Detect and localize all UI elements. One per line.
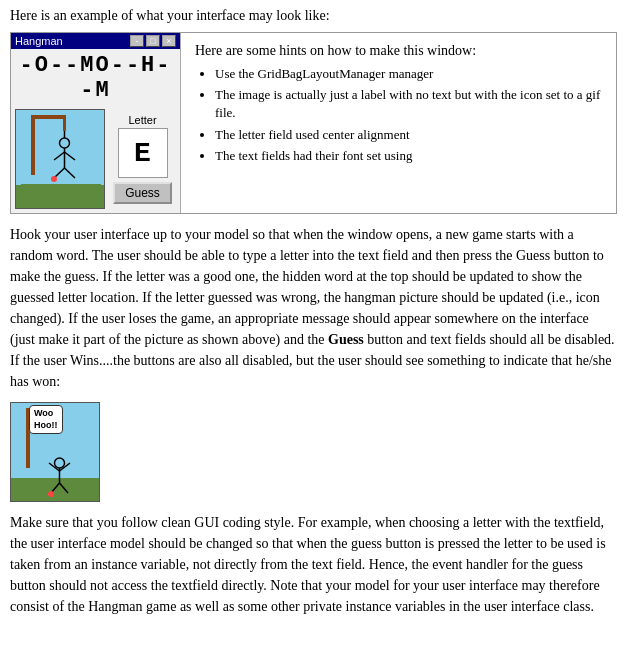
window-mock: Hangman - □ × -O--MO--H--M bbox=[11, 33, 181, 213]
svg-rect-2 bbox=[31, 115, 35, 175]
bottom-text: Make sure that you follow clean GUI codi… bbox=[10, 512, 617, 617]
description-text1: Hook your user interface up to your mode… bbox=[10, 227, 604, 347]
description-bold: Guess bbox=[328, 332, 364, 347]
window-controls: - □ × bbox=[130, 35, 176, 47]
game-content: Letter Guess bbox=[11, 105, 180, 213]
hint-item-4: The text fields had their font set using bbox=[215, 147, 602, 165]
svg-point-25 bbox=[48, 491, 54, 497]
word-display: -O--MO--H--M bbox=[11, 49, 180, 105]
window-title: Hangman bbox=[15, 35, 63, 47]
speech-bubble: Woo Hoo!! bbox=[29, 405, 63, 434]
window-titlebar: Hangman - □ × bbox=[11, 33, 180, 49]
svg-rect-3 bbox=[31, 115, 66, 119]
letter-panel: Letter Guess bbox=[109, 109, 176, 209]
svg-rect-1 bbox=[16, 185, 105, 209]
hints-title: Here are some hints on how to make this … bbox=[195, 43, 602, 59]
close-button[interactable]: × bbox=[162, 35, 176, 47]
hint-item-2: The image is actually just a label with … bbox=[215, 86, 602, 122]
hints-list: Use the GridBagLayoutManager manager The… bbox=[195, 65, 602, 165]
svg-rect-0 bbox=[16, 110, 105, 185]
hint-item-3: The letter field used center alignment bbox=[215, 126, 602, 144]
win-image: Woo Hoo!! bbox=[10, 402, 100, 502]
example-box: Hangman - □ × -O--MO--H--M bbox=[10, 32, 617, 214]
maximize-button[interactable]: □ bbox=[146, 35, 160, 47]
svg-rect-13 bbox=[21, 184, 101, 187]
gallows bbox=[16, 110, 105, 209]
guess-button[interactable]: Guess bbox=[113, 182, 172, 204]
svg-rect-15 bbox=[11, 478, 100, 502]
letter-input[interactable] bbox=[118, 128, 168, 178]
svg-rect-4 bbox=[63, 115, 66, 131]
svg-point-12 bbox=[51, 176, 57, 182]
minimize-button[interactable]: - bbox=[130, 35, 144, 47]
bubble-line2: Hoo!! bbox=[34, 420, 58, 430]
letter-label: Letter bbox=[128, 114, 156, 126]
hint-item-1: Use the GridBagLayoutManager manager bbox=[215, 65, 602, 83]
intro-text: Here is an example of what your interfac… bbox=[10, 8, 617, 24]
win-image-container: Woo Hoo!! bbox=[10, 402, 617, 502]
hangman-image bbox=[15, 109, 105, 209]
bubble-line1: Woo bbox=[34, 408, 53, 418]
description-text: Hook your user interface up to your mode… bbox=[10, 224, 617, 392]
hints-box: Here are some hints on how to make this … bbox=[181, 33, 616, 213]
